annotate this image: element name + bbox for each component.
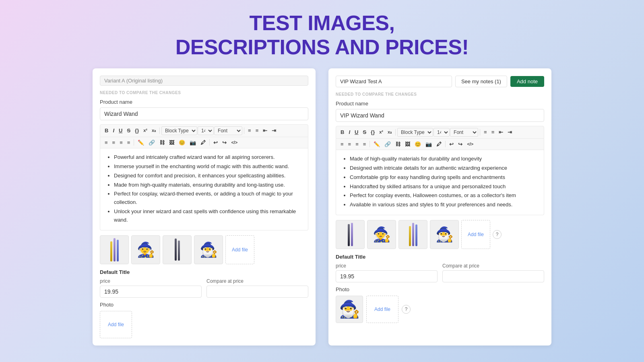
block-type-right[interactable]: Block Type Paragraph Heading 1 (397, 128, 433, 137)
price-col-right: price (336, 263, 438, 282)
photo-btn-left[interactable]: 📷 (188, 138, 198, 147)
align-left-btn-right[interactable]: ≡ (339, 140, 346, 149)
compare-price-label-right: Compare at price (442, 263, 544, 269)
subscript-btn-left[interactable]: x₂ (150, 127, 158, 134)
code-btn-right[interactable]: {} (369, 128, 377, 137)
editor-right[interactable]: Made of high-quality materials for durab… (336, 150, 544, 215)
html-btn-right[interactable]: </> (465, 140, 475, 148)
product-image-right-1[interactable] (336, 220, 365, 249)
product-image-left-4[interactable]: 🧙‍♂️ (194, 235, 223, 264)
see-notes-btn[interactable]: See my notes (1) (455, 76, 507, 87)
panels-wrapper: Variant A (Original listing) NEEDED TO C… (0, 68, 644, 346)
align-justify-btn-left[interactable]: ≡ (125, 138, 132, 147)
add-file-btn-left[interactable]: Add file (225, 235, 254, 264)
font-size-right[interactable]: 14 12 16 (433, 128, 450, 137)
undo-btn-right[interactable]: ↩ (447, 140, 456, 149)
link-btn-right[interactable]: 🔗 (382, 140, 393, 149)
price-input-right[interactable] (336, 270, 438, 282)
image-btn-right[interactable]: 🖼 (403, 140, 412, 149)
superscript-btn-right[interactable]: x² (377, 128, 385, 136)
underline-btn-left[interactable]: U (117, 126, 124, 135)
desc-item-left-3: Designed for comfort and precision, it e… (114, 172, 302, 180)
add-file-photo-btn-right[interactable]: Add file (366, 296, 398, 323)
list-ordered-btn-right[interactable]: ≡ (489, 128, 497, 137)
compare-price-col-right: Compare at price (442, 263, 544, 282)
sep4-right (445, 141, 446, 147)
product-image-left-2[interactable]: 🧙 (131, 235, 160, 264)
align-right-btn-left[interactable]: ≡ (118, 138, 125, 147)
indent-btn-left[interactable]: ⇥ (270, 126, 278, 135)
font-right[interactable]: Font Arial Georgia (450, 128, 478, 137)
product-image-right-2[interactable]: 🧙 (367, 220, 396, 249)
price-input-left[interactable] (100, 286, 202, 298)
outdent-btn-right[interactable]: ⇤ (497, 128, 505, 137)
product-image-left-1[interactable] (100, 235, 129, 264)
product-name-input-right[interactable] (336, 109, 544, 122)
sep4-left (209, 139, 210, 146)
italic-btn-left[interactable]: I (111, 126, 116, 135)
align-left-btn-left[interactable]: ≡ (103, 138, 110, 147)
strikethrough-btn-right[interactable]: S (361, 128, 368, 137)
product-image-right-3[interactable] (398, 220, 427, 249)
subscript-btn-right[interactable]: x₂ (386, 128, 394, 136)
editor-left[interactable]: Powerful and intricately crafted wizard … (100, 148, 308, 230)
align-right-btn-right[interactable]: ≡ (353, 140, 361, 149)
outdent-btn-left[interactable]: ⇤ (261, 126, 269, 135)
image-btn-left[interactable]: 🖼 (167, 138, 176, 147)
photo-row-right: 🧙‍♂️ Add file ? (336, 296, 544, 323)
desc-item-right-6: Available in various sizes and styles to… (350, 201, 538, 209)
compare-price-input-right[interactable] (442, 270, 544, 282)
bold-btn-left[interactable]: B (103, 126, 110, 135)
align-center-btn-left[interactable]: ≡ (110, 138, 118, 147)
help-icon-photo-right[interactable]: ? (402, 305, 411, 314)
photo-btn-right[interactable]: 📷 (423, 140, 434, 149)
list-unordered-btn-right[interactable]: ≡ (482, 128, 489, 137)
align-center-btn-right[interactable]: ≡ (346, 140, 353, 149)
italic-btn-right[interactable]: I (347, 128, 352, 137)
unlink-btn-right[interactable]: ⛓ (393, 140, 402, 149)
emoji-btn-right[interactable]: 😊 (413, 140, 423, 149)
superscript-btn-left[interactable]: x² (141, 127, 149, 134)
align-justify-btn-right[interactable]: ≡ (361, 140, 368, 149)
product-image-left-3[interactable] (163, 235, 192, 264)
unlink-btn-left[interactable]: ⛓ (157, 138, 167, 147)
list-ordered-btn-left[interactable]: ≡ (254, 126, 261, 135)
redo-btn-right[interactable]: ↪ (456, 140, 464, 149)
emoji-btn-left[interactable]: 😊 (177, 138, 187, 147)
photo-row-left: Add file (100, 311, 308, 338)
page-header: TEST IMAGES, DESCRIPTIONS AND PRICES! (0, 0, 644, 68)
sep2-right (480, 129, 480, 136)
html-btn-left[interactable]: </> (229, 139, 239, 146)
bold-btn-right[interactable]: B (339, 128, 346, 137)
product-name-input-left[interactable] (100, 107, 308, 120)
font-size-left[interactable]: 14 12 16 18 (198, 126, 214, 135)
compare-price-label-left: Compare at price (206, 278, 308, 284)
add-file-photo-btn-left[interactable]: Add file (100, 311, 132, 338)
pencil-btn-left[interactable]: ✏️ (136, 138, 146, 147)
strikethrough-btn-left[interactable]: S (125, 126, 132, 135)
undo-btn-left[interactable]: ↩ (211, 138, 220, 147)
photo-thumb-right: 🧙‍♂️ (336, 296, 363, 323)
panel-right: See my notes (1) Add note NEEDED TO COMP… (328, 68, 551, 346)
panel-left-header: Variant A (Original listing) (100, 76, 308, 86)
compare-price-col-left: Compare at price (206, 278, 308, 298)
desc-item-right-1: Made of high-quality materials for durab… (350, 155, 538, 163)
add-note-btn[interactable]: Add note (510, 76, 544, 87)
underline-btn-right[interactable]: U (353, 128, 360, 137)
compare-price-input-left[interactable] (206, 286, 308, 298)
code-btn-left[interactable]: {} (133, 126, 141, 135)
font-left[interactable]: Font Arial Georgia (214, 126, 242, 135)
block-type-left[interactable]: Block Type Paragraph Heading 1 Heading 2 (161, 126, 197, 135)
sep3-right (369, 141, 370, 147)
redo-btn-left[interactable]: ↪ (220, 138, 229, 147)
test-name-input[interactable] (336, 76, 452, 87)
highlight-btn-right[interactable]: 🖍 (434, 140, 444, 149)
list-unordered-btn-left[interactable]: ≡ (246, 126, 253, 135)
highlight-btn-left[interactable]: 🖍 (198, 138, 208, 147)
link-btn-left[interactable]: 🔗 (147, 138, 157, 147)
indent-btn-right[interactable]: ⇥ (506, 128, 514, 137)
pencil-btn-right[interactable]: ✏️ (372, 140, 382, 149)
help-icon-images-right[interactable]: ? (493, 230, 502, 239)
product-image-right-4[interactable]: 🧙‍♂️ (430, 220, 459, 249)
add-file-btn-right[interactable]: Add file (461, 220, 490, 249)
